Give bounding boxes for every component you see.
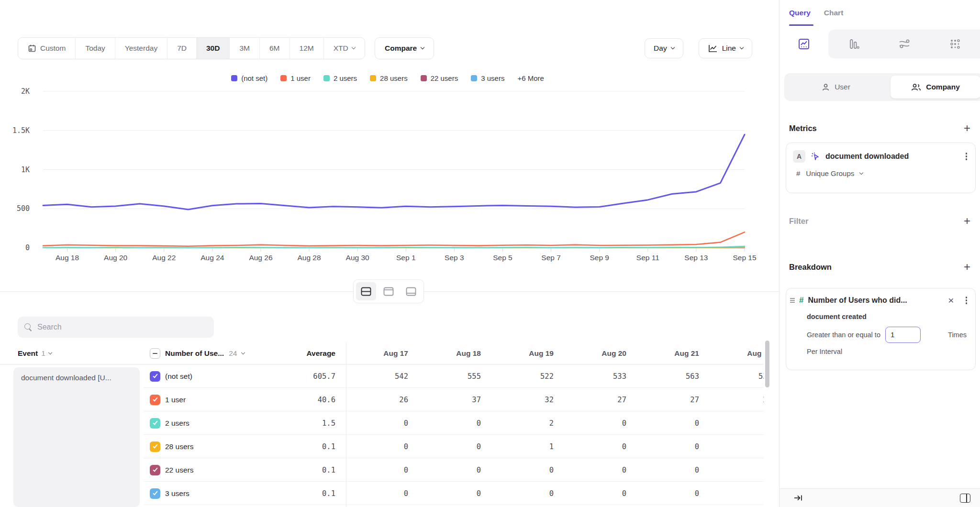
panel-footer xyxy=(780,488,980,507)
legend-swatch xyxy=(370,75,376,81)
legend-swatch xyxy=(280,75,287,81)
range-today-button[interactable]: Today xyxy=(76,38,115,59)
line-chart[interactable]: 05001K1.5K2KAug 18Aug 20Aug 22Aug 24Aug … xyxy=(0,85,775,267)
add-metric-button[interactable]: + xyxy=(964,123,970,133)
range-custom-button[interactable]: Custom xyxy=(18,38,76,59)
data-cell: 0 xyxy=(564,442,637,451)
table-only-icon xyxy=(406,287,416,296)
range-xtd-button[interactable]: XTD xyxy=(324,38,365,59)
interval-dropdown[interactable]: Day xyxy=(645,38,683,58)
event-column-header[interactable]: Event 1 xyxy=(0,349,144,358)
breakdown-menu-button[interactable] xyxy=(964,295,969,306)
range-7d-button[interactable]: 7D xyxy=(167,38,197,59)
close-icon[interactable]: × xyxy=(948,296,954,305)
scope-user-button[interactable]: User xyxy=(784,73,888,101)
chevron-down-icon xyxy=(859,170,863,174)
range-yesterday-button[interactable]: Yesterday xyxy=(115,38,167,59)
layout-table-only-button[interactable] xyxy=(401,282,421,300)
series-label: 22 users xyxy=(165,466,193,474)
data-cell: 0 xyxy=(710,489,764,498)
series-checkbox[interactable] xyxy=(150,395,160,405)
metric-card[interactable]: A document downloaded # Unique Groups xyxy=(786,143,976,193)
metric-event-name[interactable]: document downloaded xyxy=(825,152,959,161)
legend-item[interactable]: 1 user xyxy=(280,74,311,82)
date-range-group: Custom Today Yesterday 7D 30D 3M 6M 12M … xyxy=(18,37,365,59)
toolbar-right: Day Line xyxy=(645,38,752,58)
date-column-header[interactable]: Aug 21 xyxy=(637,349,710,358)
series-checkbox[interactable] xyxy=(150,465,160,475)
chart-type-bar-button[interactable] xyxy=(828,30,879,58)
table-header-row: Event 1 Number of Use... 24 Average Aug … xyxy=(0,342,764,364)
chart-type-flow-button[interactable] xyxy=(879,30,930,58)
legend-item[interactable]: 2 users xyxy=(323,74,357,82)
collapse-panel-icon[interactable] xyxy=(794,494,803,502)
legend-swatch xyxy=(421,75,427,81)
compare-button[interactable]: Compare xyxy=(375,37,434,59)
metric-menu-button[interactable] xyxy=(964,151,969,162)
toggle-sidebar-icon[interactable] xyxy=(960,494,970,503)
y-axis-label: 2K xyxy=(21,87,30,96)
date-column-header[interactable]: Aug 22 xyxy=(710,349,764,358)
matrix-icon xyxy=(949,38,961,50)
table-scrollbar[interactable] xyxy=(765,341,769,387)
tab-query[interactable]: Query xyxy=(789,9,811,23)
scope-company-button[interactable]: Company xyxy=(891,76,980,99)
chart-type-dropdown[interactable]: Line xyxy=(699,38,752,58)
date-column-header[interactable]: Aug 18 xyxy=(419,349,491,358)
series-checkbox[interactable] xyxy=(150,441,160,452)
layout-split-button[interactable] xyxy=(356,282,376,300)
series-line-(not set)[interactable] xyxy=(43,134,745,209)
date-column-header[interactable]: Aug 19 xyxy=(491,349,564,358)
legend-item[interactable]: 3 users xyxy=(471,74,504,82)
breakdown-property-name[interactable]: Number of Users who did... xyxy=(808,296,944,305)
condition-label[interactable]: Greater than or equal to xyxy=(807,331,880,339)
range-30d-button[interactable]: 30D xyxy=(197,38,230,59)
series-checkbox[interactable] xyxy=(150,371,160,382)
series-checkbox[interactable] xyxy=(150,418,160,429)
average-value: 0.1 xyxy=(265,489,346,498)
series-line-2 users[interactable] xyxy=(43,246,745,248)
tab-chart[interactable]: Chart xyxy=(824,9,843,23)
company-icon xyxy=(911,83,921,91)
data-cell: 0 xyxy=(419,419,491,428)
add-breakdown-button[interactable]: + xyxy=(964,262,970,272)
chart-type-matrix-button[interactable] xyxy=(930,30,980,58)
breakdown-title: Breakdown xyxy=(789,263,832,272)
legend-item[interactable]: 22 users xyxy=(421,74,458,82)
data-cell: 26 xyxy=(346,396,419,404)
split-view-icon xyxy=(361,287,371,296)
chart-type-line-button[interactable] xyxy=(780,30,828,58)
measure-dropdown[interactable]: Unique Groups xyxy=(806,169,854,177)
event-cell[interactable]: document downloaded [U... xyxy=(13,367,140,507)
add-filter-button[interactable]: + xyxy=(964,216,970,226)
series-line-1 user[interactable] xyxy=(43,232,745,246)
metrics-title: Metrics xyxy=(789,124,817,133)
legend-item[interactable]: 28 users xyxy=(370,74,408,82)
date-column-header[interactable]: Aug 20 xyxy=(564,349,637,358)
legend-more[interactable]: +6 More xyxy=(517,74,544,82)
per-interval-label[interactable]: Per Interval xyxy=(807,348,969,355)
layout-chart-only-button[interactable] xyxy=(379,282,399,300)
series-label: 2 users xyxy=(165,419,189,428)
legend-label: 22 users xyxy=(431,74,458,82)
range-12m-button[interactable]: 12M xyxy=(290,38,324,59)
times-value-input[interactable] xyxy=(885,327,921,343)
range-6m-button[interactable]: 6M xyxy=(260,38,290,59)
select-all-checkbox[interactable] xyxy=(150,348,160,359)
breakdown-event-name[interactable]: document created xyxy=(807,313,969,320)
date-column-header[interactable]: Aug 17 xyxy=(346,349,419,358)
chevron-down-icon xyxy=(241,350,245,354)
breakdown-card[interactable]: # Number of Users who did... × document … xyxy=(786,288,976,370)
breakdown-count: 24 xyxy=(229,349,237,358)
series-label: (not set) xyxy=(165,372,192,381)
x-axis-label: Sep 11 xyxy=(636,254,659,262)
legend-item[interactable]: (not set) xyxy=(231,74,267,82)
search-input[interactable] xyxy=(37,323,207,331)
series-checkbox[interactable] xyxy=(150,488,160,499)
breakdown-column-header[interactable]: Number of Use... 24 xyxy=(144,348,265,359)
drag-handle-icon[interactable] xyxy=(790,298,795,303)
average-column-header[interactable]: Average xyxy=(265,349,346,358)
range-3m-button[interactable]: 3M xyxy=(230,38,260,59)
x-axis-label: Aug 22 xyxy=(152,254,176,262)
x-axis-label: Aug 24 xyxy=(200,254,224,262)
